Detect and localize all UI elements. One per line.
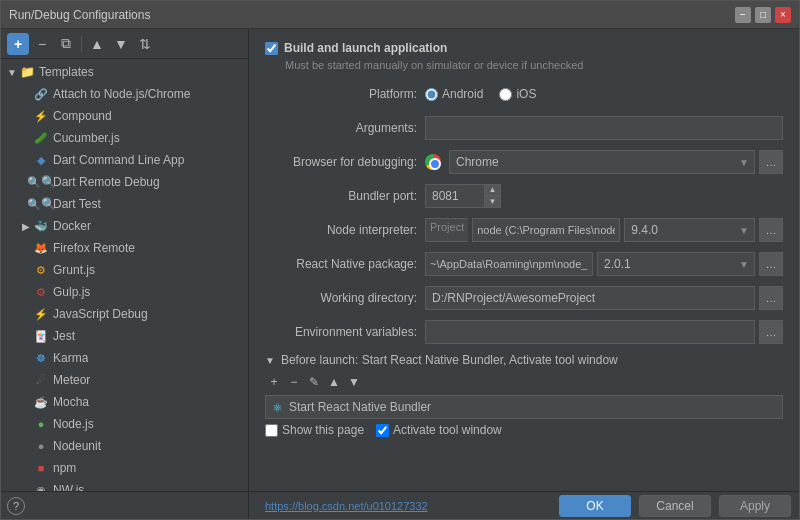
node-browse-button[interactable]: …: [759, 218, 783, 242]
sidebar-item-nodejs[interactable]: Node.js: [1, 413, 248, 435]
sidebar-item-meteor[interactable]: Meteor: [1, 369, 248, 391]
env-vars-input[interactable]: [425, 320, 755, 344]
sidebar-toolbar: + − ⧉ ▲ ▼ ⇅: [1, 29, 248, 59]
js-debug-icon: [33, 306, 49, 322]
sidebar-item-dart-remote[interactable]: 🔍 Dart Remote Debug: [1, 171, 248, 193]
move-down-button[interactable]: ▼: [110, 33, 132, 55]
show-page-checkbox[interactable]: [265, 424, 278, 437]
sidebar-item-dart[interactable]: Dart Command Line App: [1, 149, 248, 171]
sidebar-item-jest[interactable]: Jest: [1, 325, 248, 347]
show-page-label: Show this page: [282, 423, 364, 437]
sidebar-item-docker[interactable]: ▶ Docker: [1, 215, 248, 237]
sidebar-item-gulp[interactable]: Gulp.js: [1, 281, 248, 303]
copy-configuration-button[interactable]: ⧉: [55, 33, 77, 55]
bundler-item-label: Start React Native Bundler: [289, 400, 431, 414]
browser-browse-button[interactable]: …: [759, 150, 783, 174]
jest-icon: [33, 328, 49, 344]
sidebar-item-cucumber[interactable]: Cucumber.js: [1, 127, 248, 149]
before-launch-up-button[interactable]: ▲: [325, 373, 343, 391]
ios-label: iOS: [516, 87, 536, 101]
activate-window-checkbox[interactable]: [376, 424, 389, 437]
sidebar-item-grunt[interactable]: Grunt.js: [1, 259, 248, 281]
spinner-down-button[interactable]: ▼: [485, 196, 501, 208]
platform-row: Platform: Android iOS: [265, 81, 783, 107]
ok-button[interactable]: OK: [559, 495, 631, 517]
meteor-label: Meteor: [53, 373, 90, 387]
activate-window-label: Activate tool window: [393, 423, 502, 437]
config-form: Build and launch application Must be sta…: [249, 29, 799, 491]
sidebar-item-compound[interactable]: Compound: [1, 105, 248, 127]
docker-label: Docker: [53, 219, 91, 233]
node-version-wrapper: 9.4.0 ▼: [624, 218, 755, 242]
spinner-up-button[interactable]: ▲: [485, 184, 501, 196]
react-version-select[interactable]: 2.0.1: [597, 252, 755, 276]
nodejs-icon: [33, 416, 49, 432]
sidebar-item-nwjs[interactable]: NW.js: [1, 479, 248, 491]
react-package-browse-button[interactable]: …: [759, 252, 783, 276]
expand-arrow: ▼: [5, 65, 19, 79]
status-url[interactable]: https://blog.csdn.net/u010127332: [257, 500, 551, 512]
npm-icon: [33, 460, 49, 476]
before-launch-add-button[interactable]: +: [265, 373, 283, 391]
android-radio[interactable]: [425, 88, 438, 101]
jest-label: Jest: [53, 329, 75, 343]
ios-radio[interactable]: [499, 88, 512, 101]
sidebar-item-mocha[interactable]: Mocha: [1, 391, 248, 413]
docker-expand-arrow: ▶: [19, 219, 33, 233]
node-interpreter-row: Node interpreter: Project node (C:\Progr…: [265, 217, 783, 243]
sidebar-item-dart-test[interactable]: 🔍 Dart Test: [1, 193, 248, 215]
before-launch-down-button[interactable]: ▼: [345, 373, 363, 391]
before-launch-expand-arrow[interactable]: ▼: [265, 355, 275, 366]
templates-label: Templates: [39, 65, 94, 79]
toolbar-separator: [81, 36, 82, 52]
gulp-label: Gulp.js: [53, 285, 90, 299]
help-button[interactable]: ?: [7, 497, 25, 515]
apply-button[interactable]: Apply: [719, 495, 791, 517]
close-button[interactable]: ×: [775, 7, 791, 23]
sidebar-item-templates[interactable]: ▼ 📁 Templates: [1, 61, 248, 83]
env-vars-browse-button[interactable]: …: [759, 320, 783, 344]
activate-window-option[interactable]: Activate tool window: [376, 423, 502, 437]
react-package-control: ~\AppData\Roaming\npm\node_modules\react…: [425, 252, 783, 276]
react-version-wrapper: 2.0.1 ▼: [597, 252, 755, 276]
arguments-label: Arguments:: [265, 121, 425, 135]
docker-icon: [33, 218, 49, 234]
android-option[interactable]: Android: [425, 87, 483, 101]
minimize-button[interactable]: −: [735, 7, 751, 23]
before-launch-remove-button[interactable]: −: [285, 373, 303, 391]
react-package-input[interactable]: ~\AppData\Roaming\npm\node_modules\react…: [425, 252, 593, 276]
maximize-button[interactable]: □: [755, 7, 771, 23]
show-page-option[interactable]: Show this page: [265, 423, 364, 437]
before-launch-toolbar: + − ✎ ▲ ▼: [265, 373, 783, 391]
before-launch-section: ▼ Before launch: Start React Native Bund…: [265, 353, 783, 437]
browser-row: Browser for debugging: Chrome Firefox Sa…: [265, 149, 783, 175]
ios-option[interactable]: iOS: [499, 87, 536, 101]
sidebar-item-karma[interactable]: Karma: [1, 347, 248, 369]
before-launch-edit-button[interactable]: ✎: [305, 373, 323, 391]
bundler-item-icon: [272, 399, 283, 415]
sidebar-item-nodeunit[interactable]: Nodeunit: [1, 435, 248, 457]
add-configuration-button[interactable]: +: [7, 33, 29, 55]
browser-select[interactable]: Chrome Firefox Safari: [449, 150, 755, 174]
node-path-input[interactable]: node (C:\Program Files\nodejs\node.exe): [472, 218, 620, 242]
sidebar-item-npm[interactable]: npm: [1, 457, 248, 479]
arguments-input[interactable]: [425, 116, 783, 140]
build-launch-row: Build and launch application: [265, 41, 783, 55]
working-dir-input[interactable]: D:/RNProject/AwesomeProject: [425, 286, 755, 310]
remove-configuration-button[interactable]: −: [31, 33, 53, 55]
react-package-input-group: ~\AppData\Roaming\npm\node_modules\react…: [425, 252, 783, 276]
env-vars-row: Environment variables: …: [265, 319, 783, 345]
bundler-port-input[interactable]: 8081: [425, 184, 485, 208]
build-launch-checkbox[interactable]: [265, 42, 278, 55]
dart-remote-label: Dart Remote Debug: [53, 175, 160, 189]
move-up-button[interactable]: ▲: [86, 33, 108, 55]
sidebar-item-firefox[interactable]: Firefox Remote: [1, 237, 248, 259]
sidebar-item-js-debug[interactable]: JavaScript Debug: [1, 303, 248, 325]
sort-button[interactable]: ⇅: [134, 33, 156, 55]
working-dir-browse-button[interactable]: …: [759, 286, 783, 310]
dart-test-label: Dart Test: [53, 197, 101, 211]
sidebar-item-attach[interactable]: Attach to Node.js/Chrome: [1, 83, 248, 105]
karma-label: Karma: [53, 351, 88, 365]
cancel-button[interactable]: Cancel: [639, 495, 711, 517]
node-version-select[interactable]: 9.4.0: [624, 218, 755, 242]
